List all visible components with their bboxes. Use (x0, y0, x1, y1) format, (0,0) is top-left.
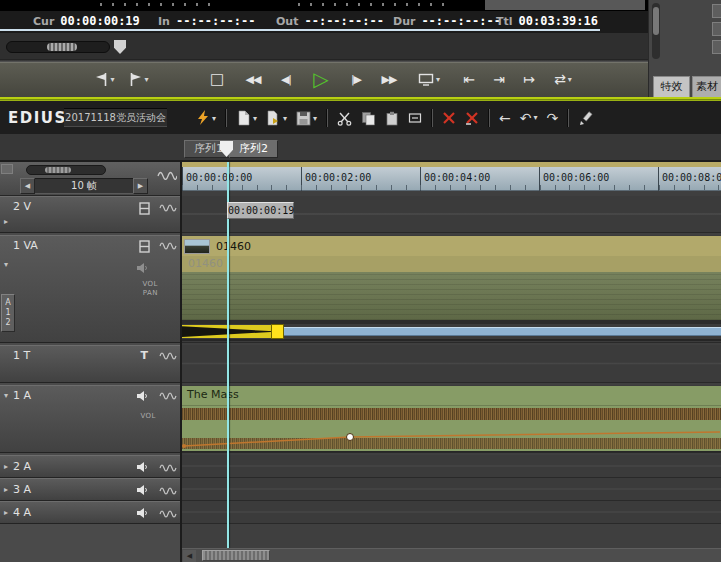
expand-icon[interactable]: ▸ (4, 485, 8, 494)
fade-end-hand[interactable] (271, 324, 284, 339)
bin-scrollbar-handle[interactable] (653, 7, 659, 35)
next-edit-point-button[interactable]: ↦ (516, 66, 542, 92)
mixer-rubber-bar[interactable] (284, 327, 721, 336)
fast-forward-icon: ▶▶ (382, 73, 397, 86)
stop-button[interactable]: □ (203, 66, 231, 92)
bin-tool-icon[interactable] (712, 4, 721, 18)
audio-channel-patch[interactable]: A 1 2 (1, 294, 15, 332)
waveform-toggle-icon[interactable] (159, 484, 177, 498)
save-button[interactable]: ▾ (296, 111, 317, 126)
track-header-1a[interactable]: ▾ 1 A VOL (0, 385, 180, 453)
video-clip[interactable]: 01460 01460 (182, 236, 721, 341)
track-header-4a[interactable]: ▸ 4 A (0, 501, 180, 524)
rewind-button[interactable]: ◀◀ (238, 66, 268, 92)
clip-mixer-strip[interactable] (182, 324, 721, 339)
tab-source[interactable]: 素材 (692, 76, 721, 97)
waveform-toggle-icon[interactable] (159, 507, 177, 521)
copy-button[interactable] (361, 111, 376, 126)
jump-back-button[interactable]: ← (499, 110, 511, 126)
speaker-icon[interactable] (136, 507, 149, 522)
track-height-handle[interactable] (45, 167, 71, 173)
audio-clip[interactable]: The Mass (182, 386, 721, 452)
next-frame-button[interactable]: |▶ (342, 66, 370, 92)
redo-button[interactable]: ↷ (547, 110, 559, 126)
edius-application-window: Cur 00:00:00:19 In --:--:--:-- Out --:--… (0, 0, 721, 562)
display-mode-button[interactable]: ▾ (412, 66, 446, 92)
speaker-icon[interactable] (136, 390, 149, 405)
frame-step-down-button[interactable]: ◀ (20, 178, 35, 194)
rail-notch[interactable] (1, 164, 13, 174)
bin-tool-icon[interactable] (712, 40, 721, 54)
waveform-toggle-icon[interactable] (159, 389, 177, 403)
ripple-delete-button[interactable] (465, 111, 479, 125)
set-out-point-button[interactable]: ▾ (124, 66, 154, 92)
waveform-toggle-icon[interactable] (159, 461, 177, 475)
goto-in-point-button[interactable]: ⇤ (456, 66, 482, 92)
speaker-muted-icon[interactable] (136, 262, 149, 277)
waveform-toggle-icon[interactable] (159, 239, 177, 253)
lane-2a[interactable] (182, 455, 721, 478)
title-track-icon[interactable]: T (140, 349, 148, 362)
mode-switch-button[interactable]: ⇄ ▾ (546, 66, 580, 92)
goto-out-point-button[interactable]: ⇥ (486, 66, 512, 92)
timecode-in: In --:--:--:-- (158, 14, 255, 28)
bin-tool-icon[interactable] (712, 22, 721, 36)
track-header-1t[interactable]: 1 T T (0, 345, 180, 383)
expand-icon[interactable]: ▸ (4, 217, 8, 226)
undo-icon: ↶ (520, 110, 532, 126)
play-button[interactable]: ▷ (304, 66, 338, 92)
track-height-slider[interactable] (26, 165, 106, 175)
delete-button[interactable] (442, 111, 456, 125)
expand-icon[interactable]: ▸ (4, 508, 8, 517)
undo-button[interactable]: ↶ ▾ (520, 110, 538, 126)
add-transition-button[interactable]: ▾ (196, 110, 216, 126)
track-header-2v[interactable]: 2 V ▸ (0, 196, 180, 233)
playback-position-marker[interactable] (114, 40, 126, 54)
audio-fade-bar[interactable] (182, 325, 282, 338)
video-clip-header[interactable]: 01460 (182, 236, 721, 256)
track-header-2a[interactable]: ▸ 2 A (0, 455, 180, 478)
expand-icon[interactable]: ▾ (4, 260, 8, 269)
video-clip-body[interactable] (182, 272, 721, 320)
scroll-left-button[interactable]: ◀ (183, 550, 196, 562)
volume-rubber-band[interactable] (182, 386, 721, 452)
speaker-icon[interactable] (136, 461, 149, 476)
layers-icon[interactable] (139, 202, 150, 218)
tab-effects[interactable]: 特效 (653, 76, 690, 97)
paste-button[interactable] (385, 111, 399, 126)
tab-sequence-2[interactable]: 序列2 (229, 140, 278, 158)
expand-icon[interactable]: ▾ (4, 391, 8, 400)
bin-vertical-scrollbar[interactable] (652, 3, 660, 59)
fast-forward-button[interactable]: ▶▶ (374, 66, 404, 92)
replace-button[interactable] (408, 111, 422, 125)
waveform-toggle-icon[interactable] (159, 201, 177, 215)
scrollbar-handle[interactable] (202, 550, 270, 561)
shuttle-slider-track[interactable] (6, 41, 110, 53)
expand-icon[interactable]: ▸ (4, 462, 8, 471)
previous-frame-button[interactable]: ◀| (272, 66, 300, 92)
edit-tool-button[interactable] (578, 111, 593, 126)
layers-icon[interactable] (139, 240, 150, 256)
export-button[interactable]: ▾ (266, 110, 287, 126)
track-header-1va[interactable]: 1 VA ▾ VOL PAN (0, 235, 180, 343)
shuttle-slider-handle[interactable] (47, 43, 77, 51)
timeline-area[interactable]: 00:00:00:00 00:00:02:00 00:00:04:00 00:0… (182, 162, 721, 562)
speaker-icon[interactable] (136, 484, 149, 499)
timeline-ruler[interactable]: 00:00:00:00 00:00:02:00 00:00:04:00 00:0… (182, 167, 721, 191)
rubber-band-point[interactable] (347, 434, 354, 441)
cut-button[interactable] (337, 111, 352, 126)
timeline-horizontal-scrollbar[interactable]: ◀ (182, 548, 721, 562)
caret-down-icon: ▾ (568, 75, 572, 84)
set-in-point-button[interactable]: ▾ (90, 66, 120, 92)
lane-1t[interactable] (182, 345, 721, 383)
playhead-line[interactable] (227, 162, 229, 548)
track-header-3a[interactable]: ▸ 3 A (0, 478, 180, 501)
lane-3a[interactable] (182, 478, 721, 501)
waveform-toggle-icon[interactable] (159, 349, 177, 363)
vol-label: VOL (142, 280, 158, 288)
new-sequence-button[interactable]: ▾ (236, 110, 257, 126)
lane-4a[interactable] (182, 501, 721, 524)
frame-step-up-button[interactable]: ▶ (133, 178, 148, 194)
waveform-toggle-icon[interactable] (157, 168, 177, 183)
ttl-label: Ttl (496, 15, 513, 28)
